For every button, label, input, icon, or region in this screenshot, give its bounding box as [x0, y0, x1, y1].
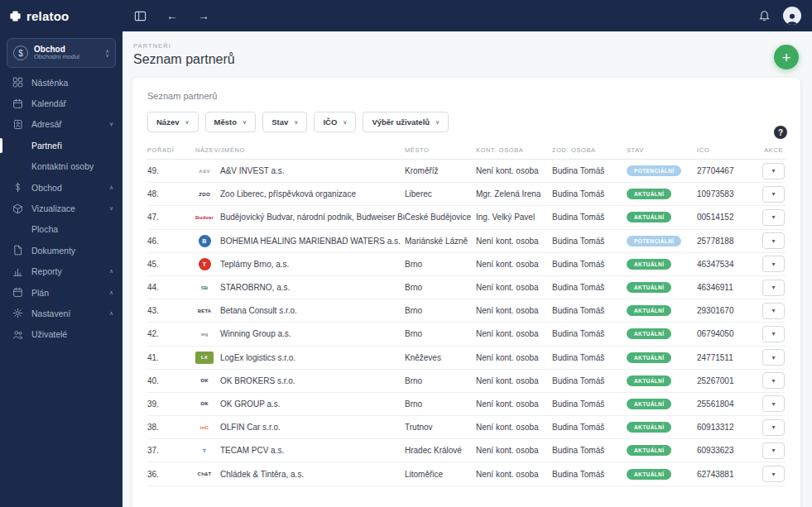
sidebar-item-nastenka[interactable]: Nástěnka — [0, 72, 123, 93]
status-badge: AKTUÁLNÍ — [627, 189, 671, 199]
cell-contact-person: Není kont. osoba — [476, 329, 552, 338]
cell-status: POTENCIÁLNÍ — [627, 236, 697, 246]
sidebar-toggle-icon[interactable] — [134, 10, 147, 22]
sidebar-item-dokumenty[interactable]: Dokumenty — [0, 240, 123, 261]
table-row[interactable]: 38. inC OLFIN Car s.r.o. Trutnov Není ko… — [147, 416, 786, 439]
cell-status: AKTUÁLNÍ — [627, 328, 697, 339]
cell-name: inC OLFIN Car s.r.o. — [195, 421, 405, 433]
row-actions-button[interactable]: ▾ — [762, 186, 785, 203]
row-actions-button[interactable]: ▾ — [762, 442, 785, 459]
sidebar-item-partneri[interactable]: Partneři — [0, 135, 123, 155]
table-header: POŘADÍ NÁZEV/JMÉNO MĚSTO KONT. OSOBA ZOD… — [147, 146, 786, 160]
chevron-down-icon: ∨ — [343, 119, 347, 126]
dollar-icon — [12, 182, 24, 193]
row-actions-button[interactable]: ▾ — [762, 303, 785, 319]
filter-stav[interactable]: Stav ∨ — [262, 112, 307, 132]
sidebar-item-kontaktni-osoby[interactable]: Kontaktní osoby — [0, 156, 123, 177]
cell-status: AKTUÁLNÍ — [627, 189, 697, 199]
page-title: Seznam partnerů — [133, 52, 799, 67]
row-actions-button[interactable]: ▾ — [762, 326, 785, 342]
cell-order: 48. — [147, 189, 195, 198]
caret-down-icon: ▾ — [771, 471, 775, 478]
cell-city: České Budějovice — [405, 213, 476, 222]
status-badge: AKTUÁLNÍ — [627, 375, 671, 386]
cell-name: Budvar Budějovický Budvar, národní podni… — [195, 211, 405, 223]
cell-status: AKTUÁLNÍ — [627, 399, 697, 409]
chevron-up-icon: ∧ — [109, 310, 113, 317]
row-actions-button[interactable]: ▾ — [762, 256, 785, 272]
cell-actions: ▾ — [762, 349, 786, 366]
status-badge: AKTUÁLNÍ — [627, 305, 671, 316]
row-actions-button[interactable]: ▾ — [762, 466, 785, 482]
module-selector[interactable]: $ Obchod Obchodní modul ∧∨ — [7, 38, 116, 68]
cell-ico: 25561804 — [697, 399, 762, 409]
sidebar-item-adresar[interactable]: Adresář ∨ — [0, 114, 123, 135]
row-actions-button[interactable]: ▾ — [762, 395, 785, 412]
dashboard-icon — [12, 77, 24, 88]
row-actions-button[interactable]: ▾ — [762, 372, 785, 389]
help-button[interactable]: ? — [774, 126, 787, 139]
caret-down-icon: ▾ — [771, 237, 775, 245]
sidebar-item-uzivatele[interactable]: Uživatelé — [0, 324, 123, 345]
cell-city: Litoměřice — [405, 470, 476, 479]
table-row[interactable]: 37. T TECAM PCV a.s. Hradec Králové Není… — [147, 439, 786, 462]
table-row[interactable]: 44. SB STAROBRNO, a.s. Brno Není kont. o… — [147, 276, 786, 299]
chevron-up-icon: ∧ — [109, 268, 113, 275]
filter-nazev[interactable]: Název ∨ — [147, 112, 199, 132]
cell-order: 41. — [147, 353, 195, 362]
sidebar-item-kalendar[interactable]: Kalendář — [0, 93, 123, 113]
cell-contact-person: Není kont. osoba — [476, 446, 552, 455]
cell-ico: 62743881 — [697, 470, 762, 479]
table-row[interactable]: 49. A&V A&V INVEST a.s. Kroměříž Není ko… — [147, 160, 786, 183]
row-actions-button[interactable]: ▾ — [762, 349, 785, 366]
filter-vyber-uzivatelu[interactable]: Výběr uživatelů ∨ — [363, 112, 449, 132]
user-avatar[interactable] — [783, 7, 801, 25]
cell-city: Trutnov — [405, 423, 476, 432]
cell-city: Hradec Králové — [405, 446, 476, 455]
table-row[interactable]: 47. Budvar Budějovický Budvar, národní p… — [147, 206, 786, 229]
notifications-bell-icon[interactable] — [758, 10, 771, 22]
cell-contact-person: Není kont. osoba — [476, 353, 552, 362]
table-row[interactable]: 43. BETA Betana Consult s.r.o. Brno Není… — [147, 299, 786, 323]
forward-arrow-icon[interactable]: → — [198, 10, 209, 22]
table-row[interactable]: 42. wg Winning Group a.s. Brno Není kont… — [147, 323, 786, 346]
table-row[interactable]: 46. B BOHEMIA HEALING MARIENBAD WATERS a… — [147, 230, 786, 253]
sidebar-item-vizualizace[interactable]: Vizualizace ∨ — [0, 198, 123, 218]
sidebar-item-plocha[interactable]: Plocha — [0, 219, 123, 240]
cell-responsible-person: Budina Tomáš — [552, 399, 627, 409]
table-row[interactable]: 45. T Teplárny Brno, a.s. Brno Není kont… — [147, 253, 786, 276]
sidebar-item-plan[interactable]: Plán ∧ — [0, 282, 123, 303]
table-row[interactable]: 48. ZOO Zoo Liberec, příspěvková organiz… — [147, 183, 786, 206]
row-actions-button[interactable]: ▾ — [762, 419, 785, 436]
sidebar-item-nastaveni[interactable]: Nastavení ∧ — [0, 303, 123, 323]
cell-actions: ▾ — [762, 280, 786, 296]
company-logo-icon: T — [195, 444, 214, 457]
cell-status: POTENCIÁLNÍ — [627, 165, 697, 176]
chevron-up-icon: ∧ — [109, 184, 113, 191]
row-actions-button[interactable]: ▾ — [762, 232, 785, 249]
row-actions-button[interactable]: ▾ — [762, 209, 785, 226]
sidebar-item-obchod[interactable]: Obchod ∧ — [0, 177, 123, 198]
chevron-down-icon: ∨ — [243, 119, 247, 126]
cell-name: wg Winning Group a.s. — [195, 328, 405, 340]
cell-order: 47. — [147, 213, 195, 222]
cell-ico: 29301670 — [697, 306, 762, 315]
company-logo-icon: Budvar — [195, 211, 214, 223]
table-row[interactable]: 36. Ch&T Chládek & Tintěra, a.s. Litoměř… — [147, 462, 786, 485]
address-book-icon — [12, 119, 24, 130]
users-icon — [12, 329, 24, 340]
chevron-down-icon: ∨ — [294, 119, 298, 126]
cell-contact-person: Není kont. osoba — [476, 376, 552, 385]
filter-mesto[interactable]: Město ∨ — [205, 112, 257, 132]
filter-ico[interactable]: IČO ∨ — [314, 112, 356, 132]
table-row[interactable]: 40. OK OK BROKERS s.r.o. Brno Není kont.… — [147, 370, 786, 393]
table-row[interactable]: 41. LX LogEx logistics s.r.o. Kněževes N… — [147, 347, 786, 370]
table-row[interactable]: 39. OK OK GROUP a.s. Brno Není kont. oso… — [147, 393, 786, 416]
row-actions-button[interactable]: ▾ — [762, 280, 785, 296]
company-logo-icon: SB — [195, 281, 214, 294]
add-partner-button[interactable]: + — [774, 45, 799, 69]
row-actions-button[interactable]: ▾ — [762, 163, 785, 179]
cell-contact-person: Není kont. osoba — [476, 283, 552, 292]
sidebar-item-reporty[interactable]: Reporty ∧ — [0, 261, 123, 282]
back-arrow-icon[interactable]: ← — [166, 10, 178, 22]
